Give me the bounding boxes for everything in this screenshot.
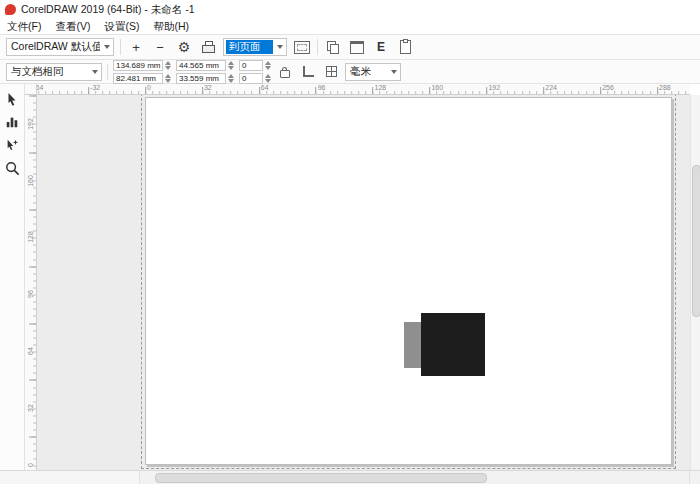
preset-combo[interactable]: CorelDRAW 默认值 xyxy=(6,38,114,56)
titlebar: CorelDRAW 2019 (64-Bit) - 未命名 -1 xyxy=(0,0,700,19)
ruler-h-label: 0 xyxy=(147,84,151,91)
preview-frame-icon xyxy=(294,41,310,54)
angle-icon xyxy=(303,66,314,77)
size-width-field[interactable]: 44.565 mm xyxy=(176,60,226,71)
menu-file[interactable]: 文件(F) xyxy=(0,20,48,34)
print-button[interactable] xyxy=(199,38,217,56)
page-size-combo[interactable]: 与文档相同 xyxy=(6,63,102,81)
document-navigator[interactable] xyxy=(0,471,140,484)
toolbar-separator xyxy=(120,39,121,55)
vertical-scrollbar-thumb[interactable] xyxy=(692,165,700,317)
ruler-h-label: 256 xyxy=(602,84,614,91)
standard-toolbar: CorelDRAW 默认值 + − ⚙ 到页面 E xyxy=(0,34,700,60)
object-size-group: 44.565 mm 33.559 mm xyxy=(176,60,234,84)
position-x-spinner[interactable] xyxy=(165,61,171,70)
ruler-h-label: 224 xyxy=(545,84,557,91)
chevron-down-icon[interactable] xyxy=(88,64,101,80)
coreldraw-logo-icon xyxy=(5,4,16,15)
lock-ratio-button[interactable] xyxy=(276,63,294,81)
window-title: CorelDRAW 2019 (64-Bit) - 未命名 -1 xyxy=(21,3,194,17)
ruler-h-label: 160 xyxy=(431,84,443,91)
smart-pick-tool-icon xyxy=(5,138,19,152)
scale-x-field[interactable]: 0 xyxy=(239,60,263,71)
chart-tool-icon xyxy=(5,115,19,129)
zoom-level-combo[interactable]: 到页面 xyxy=(223,38,287,56)
drawing-page[interactable] xyxy=(145,97,672,465)
export-button[interactable]: E xyxy=(372,38,390,56)
smart-pick-tool[interactable] xyxy=(2,135,22,155)
vertical-scrollbar[interactable] xyxy=(690,95,700,470)
letter-e-icon: E xyxy=(377,40,385,54)
toolbar-separator xyxy=(317,39,318,55)
grid-button[interactable] xyxy=(322,63,340,81)
window-border-icon xyxy=(350,41,364,54)
chart-tool[interactable] xyxy=(2,112,22,132)
fullscreen-preview-button[interactable] xyxy=(293,38,311,56)
ruler-horizontal[interactable]: -64-320326496128160192224256288 xyxy=(25,84,690,95)
menubar: 文件(F) 查看(V) 设置(S) 帮助(H) xyxy=(0,19,700,34)
ruler-v-label: 96 xyxy=(25,288,35,300)
grid-icon xyxy=(326,66,337,77)
ruler-vertical[interactable]: 1921601289664320 xyxy=(25,95,37,470)
ruler-v-label: 192 xyxy=(25,118,35,130)
magnifier-icon xyxy=(5,161,20,176)
chevron-down-icon[interactable] xyxy=(387,64,400,80)
ruler-h-label: 32 xyxy=(204,84,212,91)
angle-button[interactable] xyxy=(299,63,317,81)
scale-y-spinner[interactable] xyxy=(265,74,271,83)
gear-icon[interactable]: ⚙ xyxy=(175,38,193,56)
horizontal-scrollbar[interactable] xyxy=(140,471,689,484)
copy-button[interactable] xyxy=(324,38,342,56)
copy-icon xyxy=(327,41,339,53)
position-x-field[interactable]: 134.689 mm xyxy=(113,60,163,71)
chevron-down-icon[interactable] xyxy=(100,39,113,55)
ruler-v-label: 32 xyxy=(25,402,35,414)
scale-x-spinner[interactable] xyxy=(265,61,271,70)
size-height-spinner[interactable] xyxy=(228,74,234,83)
object-position-group: 134.689 mm 82.481 mm xyxy=(113,60,171,84)
units-combo[interactable]: 毫米 xyxy=(345,63,401,81)
pick-tool[interactable] xyxy=(2,89,22,109)
add-button[interactable]: + xyxy=(127,38,145,56)
bottom-bar xyxy=(0,470,700,484)
ruler-corner[interactable] xyxy=(25,84,37,95)
position-y-field[interactable]: 82.481 mm xyxy=(113,73,163,84)
ruler-h-label: 96 xyxy=(318,84,326,91)
size-height-field[interactable]: 33.559 mm xyxy=(176,73,226,84)
preset-combo-value: CorelDRAW 默认值 xyxy=(7,40,100,54)
object-scale-group: 0 0 xyxy=(239,60,271,84)
page-size-combo-value: 与文档相同 xyxy=(7,65,88,79)
horizontal-scrollbar-thumb[interactable] xyxy=(155,473,487,483)
units-combo-value: 毫米 xyxy=(346,65,387,79)
chevron-down-icon[interactable] xyxy=(273,39,286,55)
ruler-h-label: -32 xyxy=(90,84,100,91)
toolbar-separator xyxy=(107,64,108,80)
zoom-tool[interactable] xyxy=(2,158,22,178)
lock-ratio-icon xyxy=(280,70,290,78)
ruler-v-label: 0 xyxy=(25,459,35,470)
position-y-spinner[interactable] xyxy=(165,74,171,83)
zoom-level-value: 到页面 xyxy=(226,40,273,54)
pick-tool-icon xyxy=(5,92,19,107)
canvas-viewport[interactable] xyxy=(37,95,690,470)
scrollbar-corner xyxy=(689,471,700,484)
ruler-v-label: 64 xyxy=(25,345,35,357)
scale-y-field[interactable]: 0 xyxy=(239,73,263,84)
menu-view[interactable]: 查看(V) xyxy=(48,20,97,34)
ruler-h-label: 288 xyxy=(659,84,671,91)
size-width-spinner[interactable] xyxy=(228,61,234,70)
window-border-button[interactable] xyxy=(348,38,366,56)
remove-button[interactable]: − xyxy=(151,38,169,56)
ruler-v-label: 128 xyxy=(25,231,35,243)
clipboard-icon xyxy=(400,40,411,54)
ruler-h-label: 128 xyxy=(375,84,387,91)
printer-icon xyxy=(202,42,215,53)
menu-help[interactable]: 帮助(H) xyxy=(146,20,196,34)
ruler-h-label: 64 xyxy=(261,84,269,91)
coreldraw-window: CorelDRAW 2019 (64-Bit) - 未命名 -1 文件(F) 查… xyxy=(0,0,700,484)
canvas-shape-0[interactable] xyxy=(404,322,421,368)
clipboard-button[interactable] xyxy=(396,38,414,56)
toolbox xyxy=(0,84,25,470)
menu-settings[interactable]: 设置(S) xyxy=(97,20,146,34)
canvas-shape-1[interactable] xyxy=(421,313,485,376)
